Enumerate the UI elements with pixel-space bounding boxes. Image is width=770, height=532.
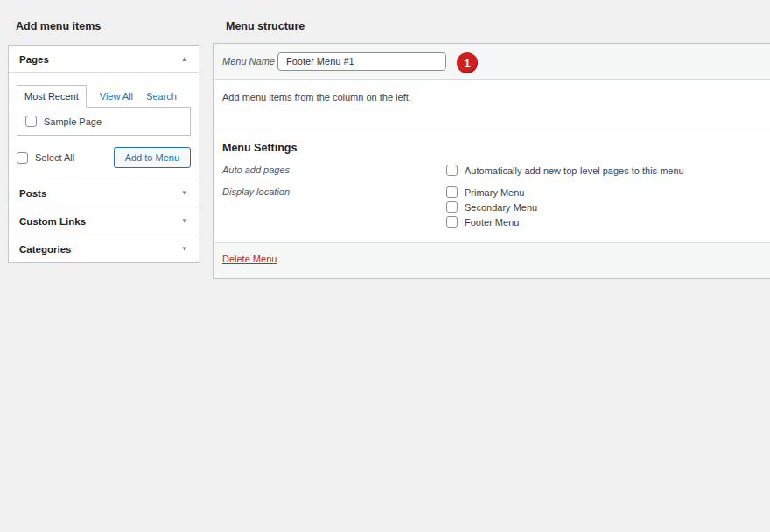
display-location-field: Primary Menu Secondary Menu Footer Menu	[446, 186, 537, 228]
expand-icon[interactable]: ▼	[181, 246, 188, 253]
auto-add-option-row: Automatically add new top-level pages to…	[446, 164, 684, 176]
expand-icon[interactable]: ▼	[181, 218, 188, 225]
categories-title: Categories	[19, 244, 71, 255]
menu-footer-actions: Delete Menu	[214, 243, 770, 278]
footer-menu-label: Footer Menu	[465, 217, 519, 228]
menu-settings-section: Menu Settings Auto add pages Automatical…	[214, 130, 770, 243]
sample-page-label: Sample Page	[44, 116, 102, 127]
auto-add-option-label: Automatically add new top-level pages to…	[465, 165, 684, 176]
primary-menu-label: Primary Menu	[465, 187, 524, 198]
accordion-posts-header[interactable]: Posts ▼	[9, 178, 199, 206]
sample-page-checkbox[interactable]	[25, 116, 37, 127]
pages-content: Most Recent View All Search Sample Page …	[9, 73, 199, 178]
annotation-badge-1: 1	[457, 52, 478, 74]
secondary-menu-label: Secondary Menu	[465, 202, 537, 213]
auto-add-pages-row: Auto add pages Automatically add new top…	[222, 164, 770, 176]
location-option-row: Secondary Menu	[446, 201, 537, 213]
add-menu-items-heading: Add menu items	[16, 20, 101, 32]
accordion-categories-header[interactable]: Categories ▼	[9, 234, 199, 262]
accordion-pages-header[interactable]: Pages ▲	[9, 46, 199, 73]
secondary-menu-checkbox[interactable]	[446, 201, 458, 213]
select-all-checkbox[interactable]	[17, 152, 28, 164]
tab-most-recent[interactable]: Most Recent	[17, 85, 87, 108]
custom-links-title: Custom Links	[19, 216, 86, 227]
menu-structure-panel: Menu Name 1 Add menu items from the colu…	[214, 43, 770, 279]
posts-title: Posts	[19, 188, 46, 199]
tab-view-all[interactable]: View All	[100, 91, 133, 108]
location-option-row: Primary Menu	[446, 186, 537, 198]
auto-add-pages-field: Automatically add new top-level pages to…	[446, 164, 684, 176]
add-menu-items-panel: Pages ▲ Most Recent View All Search Samp…	[8, 46, 200, 263]
auto-add-checkbox[interactable]	[446, 164, 458, 176]
footer-menu-checkbox[interactable]	[446, 216, 458, 228]
select-all-row: Select All	[17, 152, 74, 164]
delete-menu-link[interactable]: Delete Menu	[222, 254, 276, 264]
location-option-row: Footer Menu	[446, 216, 537, 228]
menu-name-row: Menu Name 1	[214, 44, 770, 80]
empty-message: Add menu items from the column on the le…	[222, 92, 411, 102]
menu-settings-heading: Menu Settings	[222, 142, 770, 154]
menu-structure-heading: Menu structure	[226, 20, 304, 32]
auto-add-pages-label: Auto add pages	[222, 164, 446, 176]
display-location-label: Display location	[222, 186, 446, 228]
expand-icon[interactable]: ▼	[181, 190, 188, 197]
accordion-custom-links-header[interactable]: Custom Links ▼	[9, 206, 199, 234]
menu-items-empty-section: Add menu items from the column on the le…	[214, 80, 770, 130]
tab-search[interactable]: Search	[146, 91, 177, 108]
page-item-row: Sample Page	[25, 116, 182, 127]
menu-name-input[interactable]	[277, 52, 446, 71]
pages-actions: Select All Add to Menu	[17, 147, 191, 168]
display-location-row: Display location Primary Menu Secondary …	[222, 186, 770, 228]
pages-title: Pages	[19, 54, 49, 65]
select-all-label: Select All	[35, 152, 74, 163]
add-to-menu-button[interactable]: Add to Menu	[114, 147, 191, 168]
pages-tabs: Most Recent View All Search	[17, 85, 191, 108]
most-recent-panel: Sample Page	[17, 107, 191, 136]
menu-name-label: Menu Name	[222, 56, 277, 66]
collapse-icon[interactable]: ▲	[181, 56, 188, 63]
primary-menu-checkbox[interactable]	[446, 186, 458, 198]
